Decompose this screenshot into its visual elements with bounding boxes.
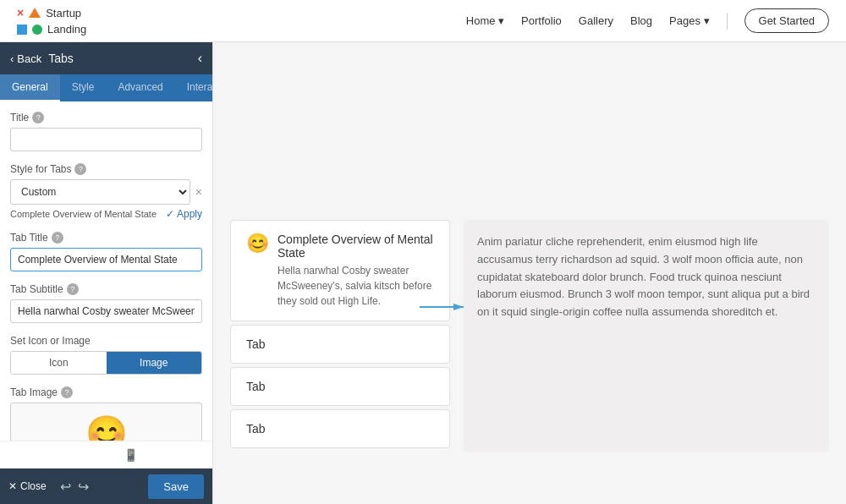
tablet-icon[interactable]: ⊟ — [100, 448, 110, 462]
tab-title-label: Tab Title ? — [10, 232, 202, 244]
desktop-icon[interactable]: 🖥 — [74, 448, 86, 462]
tab-general[interactable]: General — [0, 74, 60, 101]
tabs-list: 😊 Complete Overview of Mental State Hell… — [230, 220, 450, 452]
close-x-icon: ✕ — [8, 480, 17, 492]
main-layout: ‹ Back Tabs ‹ General Style Advanced Int… — [0, 42, 846, 504]
nav-home[interactable]: Home ▾ — [466, 14, 504, 27]
tab-content-display: Anim pariatur cliche reprehenderit, enim… — [464, 220, 829, 452]
style-select-row: Custom × — [10, 179, 202, 205]
tab-subtitle-input[interactable] — [10, 299, 202, 323]
apply-row: Complete Overview of Mental State ✓ Appl… — [10, 208, 202, 220]
apply-button[interactable]: ✓ Apply — [166, 208, 202, 220]
undo-button[interactable]: ↩ — [60, 479, 71, 495]
style-help-icon[interactable]: ? — [74, 163, 86, 175]
logo-triangle-icon — [29, 8, 41, 18]
tab-subtitle-field-group: Tab Subtitle ? — [10, 283, 202, 323]
tab-image-field-group: Tab Image ? 😊 📷 Remove images/2020/01/13… — [10, 386, 202, 441]
logo-x-icon: × — [17, 6, 24, 19]
title-help-icon[interactable]: ? — [32, 112, 44, 123]
tab-image-help-icon[interactable]: ? — [61, 386, 73, 398]
panel-content: Title ? Style for Tabs ? Custom × — [0, 101, 212, 441]
logo-row-1: × Startup — [17, 6, 86, 19]
back-label: Back — [17, 52, 41, 65]
top-nav-right: Home ▾ Portfolio Gallery Blog Pages ▾ Ge… — [466, 8, 829, 33]
landing-label: Landing — [47, 23, 86, 36]
tab-content-text: Anim pariatur cliche reprehenderit, enim… — [477, 233, 816, 321]
tab-image-area[interactable]: 😊 📷 Remove — [10, 403, 202, 441]
tab-title-input[interactable] — [10, 248, 202, 271]
device-icons-bar: 🖥 ⊟ 📱 — [0, 441, 212, 468]
nav-pages[interactable]: Pages ▾ — [669, 14, 709, 27]
style-tabs-field-group: Style for Tabs ? Custom × Complete Overv… — [10, 163, 202, 220]
nav-portfolio[interactable]: Portfolio — [521, 14, 562, 27]
image-toggle-button[interactable]: Image — [107, 352, 202, 374]
logo-square-icon — [17, 25, 27, 35]
save-button[interactable]: Save — [148, 474, 204, 499]
startup-label: Startup — [46, 7, 81, 19]
applying-to-label: Complete Overview of Mental State — [10, 209, 157, 219]
tab-item-4[interactable]: Tab — [230, 409, 450, 448]
top-nav-left: × Startup Landing — [17, 6, 86, 36]
tab-image-label: Tab Image ? — [10, 386, 202, 398]
set-icon-image-group: Set Icon or Image Icon Image — [10, 335, 202, 375]
close-button[interactable]: ✕ Close — [8, 480, 47, 492]
left-panel: ‹ Back Tabs ‹ General Style Advanced Int… — [0, 42, 213, 504]
tab-subtitle-label: Tab Subtitle ? — [10, 283, 202, 295]
logo-circle-icon — [32, 25, 42, 35]
panel-collapse-button[interactable]: ‹ — [198, 51, 202, 66]
back-arrow-icon: ‹ — [10, 52, 14, 65]
bottom-bar: ✕ Close ↩ ↪ Save — [0, 468, 212, 504]
top-nav: × Startup Landing Home ▾ Portfolio Galle… — [0, 0, 846, 42]
nav-blog[interactable]: Blog — [630, 14, 652, 27]
canvas-area: 😊 Complete Overview of Mental State Hell… — [213, 42, 846, 504]
style-tabs-label: Style for Tabs ? — [10, 163, 202, 175]
clear-style-button[interactable]: × — [195, 186, 202, 198]
icon-toggle-button[interactable]: Icon — [11, 352, 107, 374]
title-input[interactable] — [10, 128, 202, 151]
tab-first-subtitle: Hella narwhal Cosby sweater McSweeney's,… — [277, 263, 434, 309]
arrow-indicator — [420, 299, 470, 315]
back-button[interactable]: ‹ Back — [10, 52, 41, 65]
mobile-icon[interactable]: 📱 — [124, 448, 138, 462]
title-field-group: Title ? — [10, 112, 202, 151]
style-select[interactable]: Custom — [10, 179, 190, 205]
nav-links: Home ▾ Portfolio Gallery Blog Pages ▾ Ge… — [466, 8, 829, 33]
tab-style[interactable]: Style — [60, 74, 107, 101]
get-started-button[interactable]: Get Started — [744, 8, 829, 33]
tab-title-field-group: Tab Title ? — [10, 232, 202, 271]
redo-button[interactable]: ↪ — [78, 479, 89, 495]
tab-item-2[interactable]: Tab — [230, 325, 450, 364]
tab-emoji-icon: 😊 — [246, 233, 269, 255]
tab-first-title: Complete Overview of Mental State — [277, 233, 434, 260]
tab-image-emoji: 😊 — [85, 414, 128, 441]
logo-row-2: Landing — [17, 23, 86, 36]
tab-item-3[interactable]: Tab — [230, 367, 450, 406]
bottom-left: ✕ Close ↩ ↪ — [8, 479, 89, 495]
panel-header: ‹ Back Tabs ‹ — [0, 42, 212, 74]
tab-subtitle-help-icon[interactable]: ? — [67, 283, 79, 295]
nav-divider — [727, 13, 728, 30]
tab-advanced[interactable]: Advanced — [106, 74, 174, 101]
tab-first-content: Complete Overview of Mental State Hella … — [277, 233, 434, 309]
tab-title-help-icon[interactable]: ? — [52, 232, 63, 244]
panel-header-left: ‹ Back Tabs — [10, 52, 74, 65]
tabs-widget: 😊 Complete Overview of Mental State Hell… — [230, 220, 829, 452]
tab-item-first[interactable]: 😊 Complete Overview of Mental State Hell… — [230, 220, 450, 321]
panel-tab-bar: General Style Advanced Interaction — [0, 74, 212, 101]
icon-image-toggle: Icon Image — [10, 351, 202, 375]
logo-area: × Startup Landing — [17, 6, 86, 36]
undo-redo-group: ↩ ↪ — [60, 479, 89, 495]
set-icon-label: Set Icon or Image — [10, 335, 202, 347]
title-label: Title ? — [10, 112, 202, 123]
panel-title: Tabs — [48, 52, 74, 65]
nav-gallery[interactable]: Gallery — [579, 14, 613, 27]
